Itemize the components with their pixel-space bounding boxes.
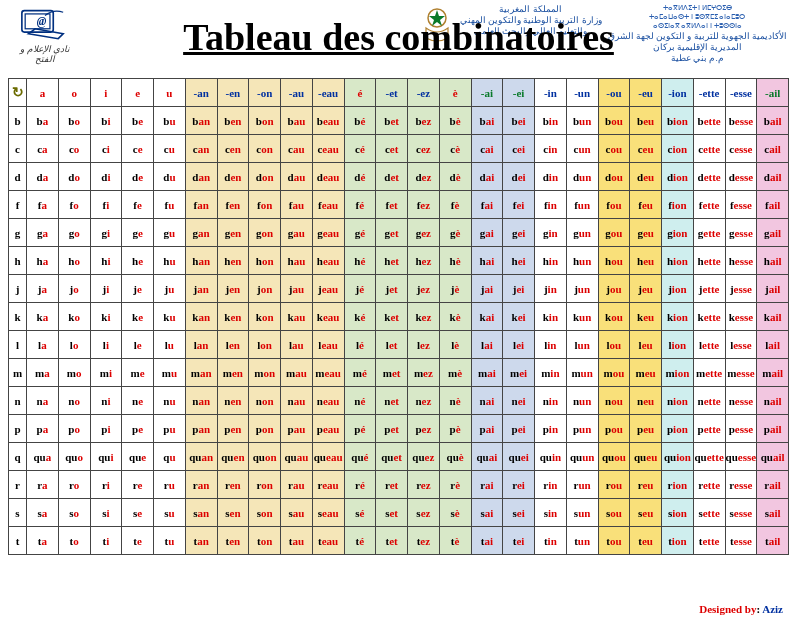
cell: ne — [122, 387, 154, 415]
cell: fez — [408, 191, 440, 219]
cell: hon — [249, 247, 281, 275]
col-header-u: u — [154, 79, 186, 107]
cell: jesse — [725, 275, 757, 303]
cell: jin — [535, 275, 567, 303]
cell: let — [376, 331, 408, 359]
cell: bet — [376, 107, 408, 135]
cell: pan — [185, 415, 217, 443]
cell: nai — [471, 387, 503, 415]
cell: dou — [598, 163, 630, 191]
cell: seau — [312, 499, 344, 527]
cell: sa — [27, 499, 59, 527]
cell: jette — [693, 275, 725, 303]
cell: cin — [535, 135, 567, 163]
row-header-r: r — [9, 471, 27, 499]
cell: quou — [598, 443, 630, 471]
cell: hi — [90, 247, 122, 275]
cell: fau — [281, 191, 313, 219]
cell: feu — [630, 191, 662, 219]
cell: cai — [471, 135, 503, 163]
cell: bu — [154, 107, 186, 135]
cell: besse — [725, 107, 757, 135]
cell: tail — [757, 527, 789, 555]
cell: quesse — [725, 443, 757, 471]
cell: ren — [217, 471, 249, 499]
cell: pun — [566, 415, 598, 443]
left-logo: @ نادي الإعلام و الفتح — [10, 4, 80, 64]
cell: bai — [471, 107, 503, 135]
col-header-ail: -ail — [757, 79, 789, 107]
cell: bun — [566, 107, 598, 135]
cell: tette — [693, 527, 725, 555]
table-row: nnanoninenunannennonnauneaunénetneznènai… — [9, 387, 789, 415]
row-header-m: m — [9, 359, 27, 387]
cell: bion — [662, 107, 694, 135]
cell: què — [439, 443, 471, 471]
cell: jei — [503, 275, 535, 303]
cell: sen — [217, 499, 249, 527]
cell: nail — [757, 387, 789, 415]
col-header-a: a — [27, 79, 59, 107]
cell: ke — [122, 303, 154, 331]
cell: mi — [90, 359, 122, 387]
cell: messe — [725, 359, 757, 387]
row-header-b: b — [9, 107, 27, 135]
col-header-in: -in — [535, 79, 567, 107]
cell: nun — [566, 387, 598, 415]
cell: cail — [757, 135, 789, 163]
cell: bo — [58, 107, 90, 135]
cell: ki — [90, 303, 122, 331]
cell: pai — [471, 415, 503, 443]
cell: ca — [27, 135, 59, 163]
syllable-table: ↻aoieu-an-en-on-au-eaué-et-ezè-ai-ei-in-… — [8, 78, 789, 555]
cell: jé — [344, 275, 376, 303]
cell: go — [58, 219, 90, 247]
cell: nu — [154, 387, 186, 415]
col-header-o: o — [58, 79, 90, 107]
cell: hai — [471, 247, 503, 275]
table-row: ttatotitetutantentontauteautétetteztètai… — [9, 527, 789, 555]
cell: rou — [598, 471, 630, 499]
col-header-eau: -eau — [312, 79, 344, 107]
cell: tun — [566, 527, 598, 555]
cell: né — [344, 387, 376, 415]
table-row: ddadodidedudandendondaudeaudédetdezdèdai… — [9, 163, 789, 191]
cell: dei — [503, 163, 535, 191]
cell: gè — [439, 219, 471, 247]
cell: jez — [408, 275, 440, 303]
cell: si — [90, 499, 122, 527]
cell: fan — [185, 191, 217, 219]
cell: fo — [58, 191, 90, 219]
cell: het — [376, 247, 408, 275]
cell: sion — [662, 499, 694, 527]
cell: du — [154, 163, 186, 191]
cell: net — [376, 387, 408, 415]
cell: kei — [503, 303, 535, 331]
cell: pion — [662, 415, 694, 443]
cell: cez — [408, 135, 440, 163]
cell: ru — [154, 471, 186, 499]
cell: ju — [154, 275, 186, 303]
cell: pè — [439, 415, 471, 443]
cell: ké — [344, 303, 376, 331]
cell: gail — [757, 219, 789, 247]
cell: pu — [154, 415, 186, 443]
cell: ci — [90, 135, 122, 163]
cell: cesse — [725, 135, 757, 163]
cell: mou — [598, 359, 630, 387]
cell: den — [217, 163, 249, 191]
cell: mion — [662, 359, 694, 387]
row-header-f: f — [9, 191, 27, 219]
table-row: ffafofifefufanfenfonfaufeauféfetfezfèfai… — [9, 191, 789, 219]
cell: kail — [757, 303, 789, 331]
cell: tei — [503, 527, 535, 555]
svg-text:@: @ — [37, 15, 47, 28]
table-row: ppapopipepupanpenponpaupeaupépetpezpèpai… — [9, 415, 789, 443]
cell: rail — [757, 471, 789, 499]
row-header-k: k — [9, 303, 27, 331]
cell: neau — [312, 387, 344, 415]
row-header-t: t — [9, 527, 27, 555]
cell: tou — [598, 527, 630, 555]
cell: lan — [185, 331, 217, 359]
cell: dé — [344, 163, 376, 191]
